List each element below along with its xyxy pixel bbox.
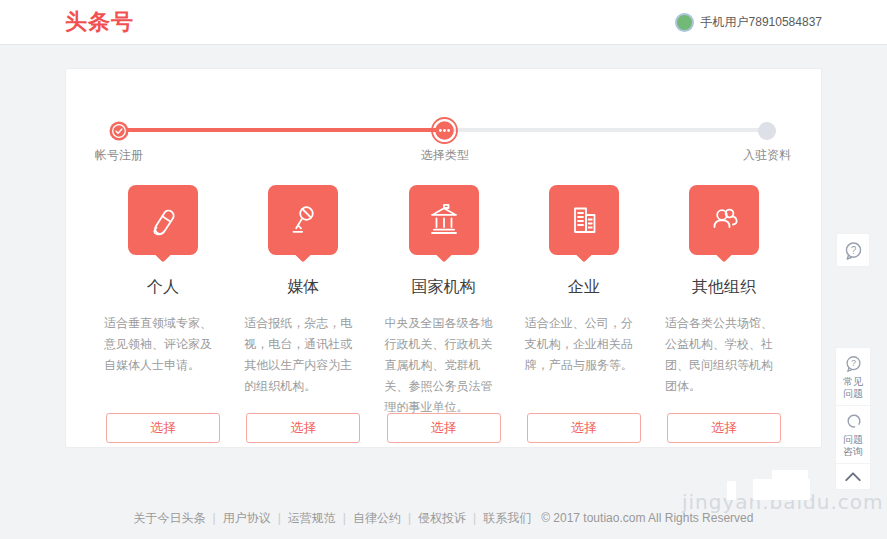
- choose-enterprise-button[interactable]: 选择: [527, 413, 641, 443]
- copyright: © 2017 toutiao.com All Rights Reserved: [541, 511, 753, 525]
- category-personal: 个人 适合垂直领域专家、意见领袖、评论家及自媒体人士申请。 选择: [104, 185, 222, 443]
- stepper-track-completed: [119, 128, 445, 132]
- footer-separator: |: [343, 511, 346, 525]
- category-title: 企业: [568, 277, 600, 298]
- footer: 关于今日头条|用户协议|运营规范|自律公约|侵权投诉|联系我们© 2017 to…: [0, 510, 887, 527]
- footer-link-self-discipline[interactable]: 自律公约: [353, 511, 401, 525]
- category-description: 适合垂直领域专家、意见领袖、评论家及自媒体人士申请。: [104, 313, 222, 397]
- footer-link-operation-rules[interactable]: 运营规范: [288, 511, 336, 525]
- svg-text:?: ?: [850, 244, 856, 255]
- consult-button[interactable]: 问题咨询: [836, 406, 870, 464]
- pen-icon: [143, 200, 183, 240]
- category-description: 适合企业、公司，分支机构，企业相关品牌，产品与服务等。: [525, 313, 643, 397]
- enterprise-tile[interactable]: [549, 185, 619, 255]
- choose-state-organ-button[interactable]: 选择: [387, 413, 501, 443]
- footer-link-infringement[interactable]: 侵权投诉: [418, 511, 466, 525]
- step-pending-icon: [758, 122, 776, 144]
- people-group-icon: [704, 200, 744, 240]
- faq-label: 常见问题: [842, 376, 864, 400]
- step-label-profile: 入驻资料: [743, 147, 791, 164]
- header: 头条号 手机用户78910584837: [0, 0, 887, 45]
- user-account[interactable]: 手机用户78910584837: [675, 13, 822, 32]
- category-description: 适合各类公共场馆、公益机构、学校、社团、民间组织等机构团体。: [665, 313, 783, 397]
- state-organ-tile[interactable]: [409, 185, 479, 255]
- footer-link-contact[interactable]: 联系我们: [483, 511, 531, 525]
- type-selection-panel: 帐号注册 选择类型 入驻资料 个人 适合垂直领域专家、意见领袖、评论家及自媒体人…: [65, 68, 822, 448]
- question-bubble-icon: ?: [843, 240, 864, 261]
- toutiao-logo[interactable]: 头条号: [65, 7, 134, 37]
- personal-tile[interactable]: [128, 185, 198, 255]
- back-to-top-button[interactable]: [836, 464, 870, 489]
- footer-separator: |: [213, 511, 216, 525]
- choose-personal-button[interactable]: 选择: [106, 413, 220, 443]
- category-list: 个人 适合垂直领域专家、意见领袖、评论家及自媒体人士申请。 选择 媒体 适合报纸…: [66, 185, 821, 443]
- footer-separator: |: [473, 511, 476, 525]
- choose-other-org-button[interactable]: 选择: [667, 413, 781, 443]
- category-description: 中央及全国各级各地行政机关、行政机关直属机构、党群机关、参照公务员法管理的事业单…: [385, 313, 503, 397]
- footer-separator: |: [278, 511, 281, 525]
- category-other-org: 其他组织 适合各类公共场馆、公益机构、学校、社团、民间组织等机构团体。 选择: [665, 185, 783, 443]
- step-label-register: 帐号注册: [95, 147, 143, 164]
- chevron-up-icon: [844, 471, 862, 482]
- avatar: [675, 13, 694, 32]
- category-enterprise: 企业 适合企业、公司，分支机构，企业相关品牌，产品与服务等。 选择: [525, 185, 643, 443]
- help-float-button[interactable]: ?: [836, 233, 870, 267]
- svg-text:?: ?: [850, 358, 855, 368]
- step-done-icon: [109, 121, 129, 145]
- step-current-icon: [431, 117, 458, 148]
- step-label-choose-type: 选择类型: [421, 147, 469, 164]
- footer-separator: |: [408, 511, 411, 525]
- footer-link-user-agreement[interactable]: 用户协议: [223, 511, 271, 525]
- category-title: 媒体: [287, 277, 319, 298]
- government-building-icon: [424, 200, 464, 240]
- other-org-tile[interactable]: [689, 185, 759, 255]
- office-building-icon: [564, 200, 604, 240]
- progress-stepper: 帐号注册 选择类型 入驻资料: [66, 95, 821, 155]
- headset-icon: [844, 412, 863, 431]
- category-title: 个人: [147, 277, 179, 298]
- side-widget-group: ? 常见问题 问题咨询: [835, 347, 871, 490]
- watermark-artifact: [727, 481, 736, 500]
- consult-label: 问题咨询: [842, 434, 864, 458]
- watermark-artifact: [753, 479, 810, 500]
- category-title: 国家机构: [412, 277, 476, 298]
- category-description: 适合报纸，杂志，电视，电台，通讯社或其他以生产内容为主的组织机构。: [244, 313, 362, 397]
- media-tile[interactable]: [268, 185, 338, 255]
- faq-button[interactable]: ? 常见问题: [836, 348, 870, 406]
- category-media: 媒体 适合报纸，杂志，电视，电台，通讯社或其他以生产内容为主的组织机构。 选择: [244, 185, 362, 443]
- microphone-icon: [283, 200, 323, 240]
- footer-link-about[interactable]: 关于今日头条: [134, 511, 206, 525]
- username: 手机用户78910584837: [701, 14, 822, 31]
- category-title: 其他组织: [692, 277, 756, 298]
- category-state-organ: 国家机构 中央及全国各级各地行政机关、行政机关直属机构、党群机关、参照公务员法管…: [385, 185, 503, 443]
- choose-media-button[interactable]: 选择: [246, 413, 360, 443]
- question-bubble-icon: ?: [844, 354, 863, 373]
